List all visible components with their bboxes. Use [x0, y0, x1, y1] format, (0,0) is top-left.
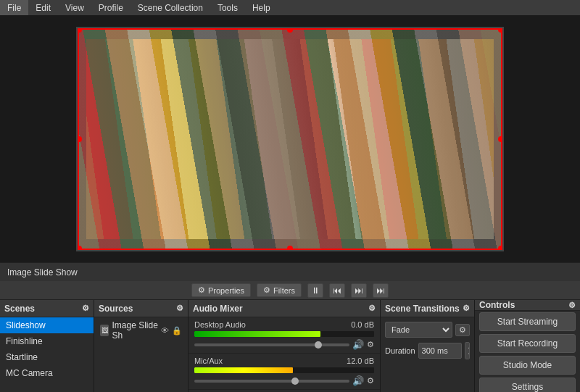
duration-down[interactable]: ▼ — [465, 351, 470, 359]
audio-track-mic-header: Mic/Aux 12.0 dB — [194, 356, 374, 365]
menu-help[interactable]: Help — [245, 0, 278, 15]
scene-slideshow[interactable]: Slideshow — [0, 317, 94, 333]
preview-canvas — [76, 27, 504, 251]
preview-area — [0, 16, 580, 262]
controls-title: Controls — [479, 300, 515, 310]
menu-tools[interactable]: Tools — [210, 0, 245, 15]
audio-panel-header: Audio Mixer ⚙ — [188, 300, 380, 317]
transition-gear-button[interactable]: ⚙ — [455, 324, 470, 336]
start-recording-button[interactable]: Start Recording — [479, 334, 576, 353]
preview-label: Image Slide Show — [7, 267, 78, 278]
pause-icon: ⏸ — [311, 285, 320, 296]
source-visible-icon[interactable]: 👁 — [161, 326, 169, 335]
scenes-panel: Scenes ⚙ Slideshow Finishline Startline … — [0, 300, 94, 392]
studio-mode-button[interactable]: Studio Mode — [479, 356, 576, 375]
mic-audio-db: 12.0 dB — [347, 356, 374, 365]
scenes-title: Scenes — [4, 304, 35, 314]
duration-row: Duration ▲ ▼ — [381, 342, 474, 364]
prev-icon: ⏮ — [333, 285, 341, 296]
mic-volume-slider[interactable] — [194, 380, 349, 383]
scenes-panel-header: Scenes ⚙ — [0, 300, 94, 317]
start-streaming-button[interactable]: Start Streaming — [479, 312, 576, 331]
controls-settings-icon[interactable]: ⚙ — [568, 301, 576, 310]
skip-icon: ⏭ — [376, 285, 385, 296]
menu-view[interactable]: View — [58, 0, 91, 15]
transitions-title: Scene Transitions — [385, 304, 460, 314]
mic-audio-meter — [194, 367, 374, 373]
desktop-audio-controls: 🔊 ⚙ — [194, 339, 374, 350]
transition-type-select[interactable]: Fade — [385, 322, 452, 338]
toolbar: ⚙ Properties ⚙ Filters ⏸ ⏮ ⏭ ⏭ — [0, 281, 580, 300]
scene-startline[interactable]: Startline — [0, 349, 94, 365]
mic-volume-knob[interactable] — [291, 378, 299, 385]
scene-mc-camera[interactable]: MC Camera — [0, 365, 94, 381]
duration-label: Duration — [385, 346, 415, 355]
desktop-audio-fill — [194, 331, 320, 337]
filters-button[interactable]: ⚙ Filters — [257, 283, 302, 297]
menu-scene-collection[interactable]: Scene Collection — [130, 0, 210, 15]
filter-icon: ⚙ — [263, 285, 270, 295]
settings-button[interactable]: Settings — [479, 378, 576, 392]
audio-track-desktop-header: Desktop Audio 0.0 dB — [194, 320, 374, 329]
mic-audio-name: Mic/Aux — [194, 356, 223, 365]
mic-audio-controls: 🔊 ⚙ — [194, 375, 374, 386]
audio-settings-icon[interactable]: ⚙ — [368, 304, 376, 313]
desktop-mute-button[interactable]: 🔊 — [352, 339, 364, 350]
audio-track-desktop: Desktop Audio 0.0 dB 🔊 ⚙ — [188, 317, 380, 354]
mic-audio-fill — [194, 367, 293, 373]
menu-file[interactable]: File — [0, 0, 28, 15]
duration-input[interactable] — [418, 343, 462, 359]
skip-button[interactable]: ⏭ — [373, 283, 389, 298]
transitions-settings-icon[interactable]: ⚙ — [463, 304, 470, 313]
menu-profile[interactable]: Profile — [91, 0, 130, 15]
sources-settings-icon[interactable]: ⚙ — [176, 304, 183, 313]
scene-list: Slideshow Finishline Startline MC Camera — [0, 317, 94, 392]
next-button[interactable]: ⏭ — [351, 283, 367, 298]
next-icon: ⏭ — [355, 285, 363, 296]
menubar: File Edit View Profile Scene Collection … — [0, 0, 580, 16]
sources-list: 🖼 Image Slide Sh 👁 🔒 — [94, 317, 188, 392]
sources-panel-header: Sources ⚙ — [94, 300, 188, 317]
scenes-settings-icon[interactable]: ⚙ — [82, 304, 89, 313]
controls-panel-header: Controls ⚙ — [475, 300, 580, 311]
transitions-panel-header: Scene Transitions ⚙ — [381, 300, 474, 317]
gear-icon: ⚙ — [198, 285, 205, 295]
duration-spinner[interactable]: ▲ ▼ — [465, 342, 470, 359]
transitions-panel: Scene Transitions ⚙ Fade ⚙ Duration ▲ ▼ — [381, 300, 475, 392]
prev-button[interactable]: ⏮ — [329, 283, 345, 298]
desktop-audio-settings[interactable]: ⚙ — [367, 340, 374, 349]
mic-audio-settings[interactable]: ⚙ — [367, 376, 374, 385]
source-lock-icon[interactable]: 🔒 — [172, 326, 182, 335]
desktop-audio-db: 0.0 dB — [351, 320, 374, 329]
label-bar: Image Slide Show — [0, 262, 580, 281]
controls-panel: Controls ⚙ Start Streaming Start Recordi… — [475, 300, 580, 392]
duration-up[interactable]: ▲ — [465, 343, 470, 351]
desktop-audio-name: Desktop Audio — [194, 320, 246, 329]
sources-title: Sources — [99, 304, 133, 314]
menu-edit[interactable]: Edit — [28, 0, 58, 15]
transition-type-row: Fade ⚙ — [381, 317, 474, 342]
desktop-volume-knob[interactable] — [315, 341, 322, 349]
mic-mute-button[interactable]: 🔊 — [352, 375, 364, 386]
audio-track-mic: Mic/Aux 12.0 dB 🔊 ⚙ — [188, 354, 380, 390]
desktop-audio-meter — [194, 331, 374, 337]
pause-button[interactable]: ⏸ — [307, 283, 323, 298]
audio-panel: Audio Mixer ⚙ Desktop Audio 0.0 dB 🔊 ⚙ — [188, 300, 381, 392]
properties-button[interactable]: ⚙ Properties — [191, 283, 251, 297]
audio-title: Audio Mixer — [193, 304, 243, 314]
source-name: Image Slide Sh — [112, 320, 158, 341]
scene-finishline[interactable]: Finishline — [0, 333, 94, 349]
bottom-panels: Scenes ⚙ Slideshow Finishline Startline … — [0, 300, 580, 392]
source-image-slideshow[interactable]: 🖼 Image Slide Sh 👁 🔒 — [94, 317, 188, 343]
source-image-icon: 🖼 — [100, 325, 109, 336]
preview-image — [78, 28, 502, 250]
desktop-volume-slider[interactable] — [194, 343, 349, 346]
sources-panel: Sources ⚙ 🖼 Image Slide Sh 👁 🔒 + − ⚙ ∧ ∨ — [94, 300, 188, 392]
